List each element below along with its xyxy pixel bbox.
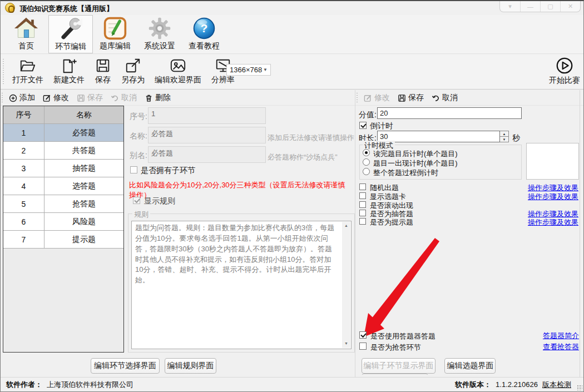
countdown-checkbox[interactable]	[359, 122, 367, 129]
panel-divider	[355, 90, 355, 377]
scroll-up-icon[interactable]: ▲	[342, 222, 350, 230]
radio-after-reading[interactable]	[363, 149, 370, 156]
minimize-icon[interactable]: —	[520, 1, 540, 12]
duration-stepper[interactable]: ▲ ▼	[500, 131, 509, 142]
show-card-checkbox[interactable]	[359, 192, 366, 199]
version-value: 1.1.2.210626	[496, 380, 538, 389]
buzzer-round-label: 是否为抢答环节	[370, 343, 421, 353]
edit-rules-ui-button[interactable]: 编辑规则界面	[165, 358, 216, 374]
nav-item-round-edit[interactable]: 环节编辑	[48, 15, 93, 53]
home-icon	[14, 16, 38, 41]
add-circle-icon	[9, 94, 17, 102]
table-row[interactable]: 7 提示题	[3, 231, 123, 249]
nav-item-home[interactable]: 首页	[4, 15, 48, 53]
save-floppy-icon	[95, 57, 111, 74]
modify-button[interactable]: 修改	[39, 91, 73, 105]
version-check-link[interactable]: 版本检测	[542, 380, 571, 390]
start-competition-button[interactable]: 开始比赛	[549, 56, 580, 86]
table-row[interactable]: 1 必答题	[3, 124, 123, 142]
scroll-appear-checkbox[interactable]	[359, 201, 366, 208]
close-icon[interactable]: ✕	[560, 1, 580, 12]
resolution-select[interactable]: 1366×768 ▼	[226, 64, 271, 76]
nav-label: 题库编辑	[100, 41, 131, 51]
add-button[interactable]: 添加	[5, 91, 39, 105]
steps-link[interactable]: 操作步骤及效果	[528, 217, 578, 227]
buzzer-round-checkbox[interactable]	[359, 343, 367, 350]
wrench-icon	[58, 17, 83, 41]
svg-text:?: ?	[201, 22, 208, 34]
use-answer-device-checkbox[interactable]	[359, 331, 367, 339]
radio-on-appear[interactable]	[363, 158, 370, 166]
nav-item-tutorial[interactable]: ? 查看教程	[182, 15, 226, 53]
alias-hint: 必答题称作“沙场点兵”	[268, 152, 338, 162]
right-toolstrip: 修改 保存 取消	[357, 91, 579, 105]
draw-answer-checkbox[interactable]	[359, 210, 366, 216]
cancel-row-button[interactable]: 取消	[107, 91, 141, 105]
rules-group-label: 规则	[132, 210, 150, 220]
rules-textarea[interactable]: 题型为问答题。规则：题目数量为参加比赛代表队的3倍，每题分值为10分。要求每名选…	[131, 221, 352, 349]
score-label: 分值:	[359, 110, 377, 120]
view-buzzer-link[interactable]: 查看抢答器	[543, 342, 579, 352]
save-button[interactable]: 保存	[90, 54, 116, 85]
seq-label: 序号:	[130, 112, 147, 122]
file-toolbar: 打开文件 新建文件 保存 另存为	[1, 54, 583, 89]
edit-draw-question-ui-button[interactable]: 编辑抽题	[362, 374, 428, 375]
toolstrip-grip	[2, 93, 3, 103]
skin-menu-icon[interactable]: ▾	[500, 1, 520, 12]
main-nav: 首页 环节编辑 题库编辑	[1, 15, 583, 54]
resize-grip[interactable]	[577, 385, 582, 390]
steps-link[interactable]: 操作步骤及效果	[528, 192, 578, 202]
left-toolstrip: 添加 修改 保存 取消 删除	[2, 91, 354, 105]
save-row-button[interactable]: 保存	[73, 91, 107, 105]
table-row[interactable]: 2 共答题	[3, 142, 123, 160]
open-file-button[interactable]: 打开文件	[7, 54, 48, 85]
has-sub-round-label: 是否拥有子环节	[141, 166, 195, 176]
edit-round-select-ui-button[interactable]: 编辑环节选择界面	[91, 358, 160, 374]
trash-icon	[145, 94, 153, 102]
textarea-scrollbar[interactable]: ▲ ▼	[342, 222, 350, 348]
show-rules-checkbox[interactable]	[133, 197, 140, 204]
hint-question-checkbox[interactable]	[359, 218, 366, 225]
edit-pencil-icon	[43, 94, 51, 102]
score-field[interactable]: 20	[377, 107, 522, 119]
delete-button[interactable]: 删除	[141, 91, 175, 105]
help-globe-icon: ?	[192, 16, 216, 41]
nav-item-settings[interactable]: 系统设置	[137, 15, 182, 53]
answer-device-intro-link[interactable]: 答题器简介	[543, 331, 579, 341]
show-rules-label: 显示规则	[144, 196, 175, 206]
save-floppy-icon	[398, 94, 406, 102]
name-field[interactable]: 必答题	[148, 127, 266, 143]
edit-pencil-icon	[364, 94, 372, 102]
save-as-button[interactable]: 另存为	[116, 54, 150, 85]
alias-field[interactable]: 必答题	[148, 146, 266, 163]
radio-whole-process[interactable]	[363, 168, 370, 175]
table-row[interactable]: 6 风险题	[3, 213, 123, 231]
duration-field[interactable]: 30	[377, 131, 500, 142]
nav-label: 查看教程	[189, 41, 220, 51]
edit-select-question-ui-button[interactable]: 编辑选题界面	[444, 358, 496, 374]
preview-box	[526, 143, 579, 180]
save-right-button[interactable]: 保存	[394, 91, 428, 105]
seq-field[interactable]: 1	[148, 107, 266, 124]
has-sub-round-checkbox[interactable]	[130, 166, 137, 173]
save-floppy-icon	[77, 94, 85, 102]
author-label: 软件作者：	[6, 380, 42, 390]
cancel-right-button[interactable]: 取消	[428, 91, 462, 105]
edit-welcome-button[interactable]: 编辑欢迎界面	[150, 54, 206, 85]
table-row[interactable]: 3 抽答题	[3, 160, 123, 177]
spin-up-icon[interactable]: ▲	[500, 131, 509, 137]
new-file-button[interactable]: 新建文件	[48, 54, 90, 85]
undo-arrow-icon	[432, 94, 440, 102]
nav-item-question-bank[interactable]: 题库编辑	[93, 15, 137, 53]
table-row[interactable]: 5 抢答题	[3, 195, 123, 213]
table-row[interactable]: 4 选答题	[3, 177, 123, 195]
radio-on-appear-label: 题目一出现计时(单个题目)	[373, 158, 458, 168]
edit-sub-round-ui-button[interactable]: 编辑子环节显示界面	[362, 358, 435, 374]
modify-right-button[interactable]: 修改	[360, 91, 394, 105]
rounds-table: 序号 名称 1 必答题 2 共答题 3 抽答题 4 选答题 5 抢答题 6 风险…	[3, 106, 124, 353]
random-question-checkbox[interactable]	[359, 183, 366, 190]
spin-down-icon[interactable]: ▼	[500, 137, 509, 142]
scroll-down-icon[interactable]: ▼	[342, 340, 350, 348]
maximize-icon[interactable]: ▢	[540, 1, 560, 12]
hint-question-label: 是否为提示题	[370, 217, 413, 227]
